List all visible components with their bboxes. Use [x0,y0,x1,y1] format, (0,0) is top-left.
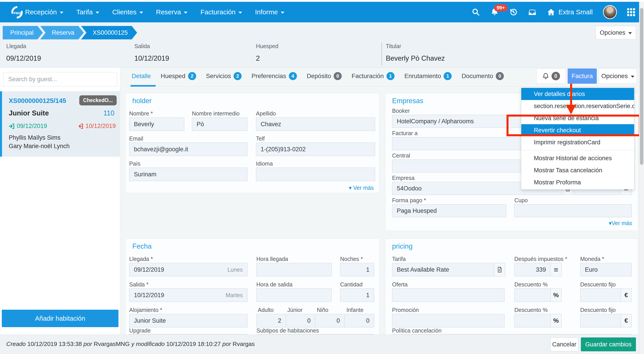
nav-item-informe[interactable]: Informe [255,8,284,16]
llegada-input[interactable]: 09/12/2019Lunes [129,263,248,276]
nombre-intermedio-input[interactable]: Pò [192,117,248,131]
descuento-pct-input[interactable] [514,289,550,302]
alarms-button[interactable]: 0 [536,68,566,84]
nav-item-tarifa[interactable]: Tarifa [76,8,99,16]
pms-logo[interactable]: PMS [8,4,26,20]
navbar-menu: Recepción Tarifa Clientes Reserva Factur… [25,2,284,22]
inbox-icon[interactable] [528,8,536,16]
moneda-input[interactable]: Euro [580,263,632,276]
nav-item-recepcion[interactable]: Recepción [25,8,63,16]
history-icon[interactable] [509,8,518,16]
percent-suffix: % [550,289,562,302]
alojamiento-input[interactable]: Junior Suite [129,314,248,327]
chevron-down-icon [140,12,143,14]
tab-count-badge: 2 [234,72,242,80]
menu-item-historial-acciones[interactable]: Mostrar Historial de acciones [521,152,634,164]
user-avatar[interactable] [603,5,617,19]
idioma-input[interactable] [256,168,375,181]
menu-item-ver-detalles-diarios[interactable]: Ver detalles diarios [521,88,634,100]
checkout-date: 10/12/2019 [77,123,116,130]
email-input[interactable]: bchavezji@google.it [129,143,248,156]
notifications-count-badge: 99+ [494,4,508,11]
tab-count-badge: 1 [386,72,394,80]
nombre-input[interactable]: Beverly [129,117,184,131]
reservation-tabs: Detalle Huesped2 Servicios2 Preferencias… [132,72,504,80]
nav-item-clientes[interactable]: Clientes [112,8,143,16]
footer-bar: Creado 10/12/2019 13:53:38 por RvargasMN… [0,335,644,354]
room-card-code[interactable]: XS0000000125/145 [9,97,66,104]
forma-pago-input[interactable]: Paga Huesped [392,204,506,217]
room-card[interactable]: XS0000000125/145 CheckedO... Junior Suit… [0,91,120,157]
menu-item-imprimir-registration-card[interactable]: Imprimir registrationCard [521,136,634,148]
telf-input[interactable]: 1-(205)913-0202 [256,143,375,156]
tarifa-input[interactable]: Best Available Rate [392,263,494,276]
breadcrumb-reservation-code[interactable]: XS00000125 [81,26,137,39]
tab-count-badge: 2 [188,72,196,80]
hora-llegada-input[interactable] [256,263,332,276]
top-strip [0,0,644,2]
guest-name: Phyllis Maïlys Sims [9,134,60,141]
noches-input[interactable]: 1 [340,263,374,276]
bell-icon [542,72,549,80]
audit-trail-text: Creado 10/12/2019 13:53:38 por RvargasMN… [6,341,254,348]
despues-impuestos-input[interactable]: 339 [514,263,550,276]
pais-input[interactable]: Surinam [129,168,248,181]
breadcrumb-reserva[interactable]: Reserva [40,26,84,39]
search-icon[interactable] [472,8,480,16]
descuento-fijo2-input[interactable] [580,314,621,327]
tarifa-document-button[interactable] [494,263,505,276]
breadcrumb-principal[interactable]: Principal [3,26,43,39]
vertical-scrollbar [639,2,644,354]
tab-huesped[interactable]: Huesped2 [161,72,196,80]
nav-item-facturacion[interactable]: Facturación [200,8,242,16]
nav-item-reserva[interactable]: Reserva [156,8,188,16]
guardar-cambios-button[interactable]: Guardar cambios [581,338,636,351]
menu-item-proforma[interactable]: Mostrar Proforma [521,176,634,188]
factura-button[interactable]: Factura [568,68,597,84]
chevron-down-icon [628,32,632,34]
tab-deposito[interactable]: Depósito0 [307,72,342,80]
checkout-arrow-icon [77,123,84,130]
rooms-sidebar: XS0000000125/145 CheckedO... Junior Suit… [0,68,120,335]
cancelar-button[interactable]: Cancelar [550,338,578,351]
descuento-pct2-input[interactable] [514,314,550,327]
apellido-input[interactable]: Chavez [256,117,375,131]
room-number: 110 [104,109,114,117]
tab-facturacion[interactable]: Facturación1 [352,72,394,80]
hora-salida-input[interactable] [256,289,332,302]
junior-input[interactable]: 0 [286,314,315,327]
tab-count-badge: 0 [334,72,342,80]
scrollbar-thumb[interactable] [640,8,643,165]
property-selector[interactable]: Extra Small [547,8,593,16]
cantidad-input[interactable]: 1 [340,289,374,302]
chevron-down-icon [96,12,99,14]
menu-item-tasa-cancelacion[interactable]: Mostrar Tasa cancelación [521,164,634,176]
empresas-ver-mas-link[interactable]: ▾Ver más [609,220,632,226]
reservation-header: Principal Reserva XS00000125 Opciones Ll… [0,22,644,68]
tab-enrutamiento[interactable]: Enrutamiento1 [404,72,452,80]
descuento-fijo-input[interactable] [580,289,621,302]
cupo-input[interactable] [514,204,632,217]
nino-input[interactable]: 0 [315,314,344,327]
salida-input[interactable]: 10/12/2019Martes [129,289,248,302]
tab-count-badge: 0 [496,72,504,80]
add-room-button[interactable]: Añadir habitación [2,310,118,327]
adulto-input[interactable]: 2 [256,314,286,327]
opciones-button[interactable]: Opciones [598,68,637,84]
guest-search-input[interactable] [3,72,117,86]
apps-grid-icon[interactable] [627,8,635,16]
holder-ver-mas-link[interactable]: ▾ Ver más [349,185,374,191]
summary-titular: Titular Beverly Pò Chavez [386,43,445,62]
tab-documento[interactable]: Documento0 [462,72,504,80]
tabs-divider [126,86,638,87]
tab-detalle[interactable]: Detalle [132,72,151,80]
promocion-input[interactable] [392,314,504,327]
impuestos-menu-button[interactable]: ≡ [550,263,562,276]
header-opciones-button[interactable]: Opciones [596,26,636,39]
notifications-bell-icon[interactable]: 99+ [490,8,499,16]
tab-preferencias[interactable]: Preferencias4 [252,72,297,80]
infante-input[interactable]: 0 [344,314,374,327]
menu-item-reservation-serie[interactable]: section.reservation.reservationSerie.cha [521,100,634,112]
oferta-input[interactable] [392,289,504,302]
tab-servicios[interactable]: Servicios2 [206,72,242,80]
